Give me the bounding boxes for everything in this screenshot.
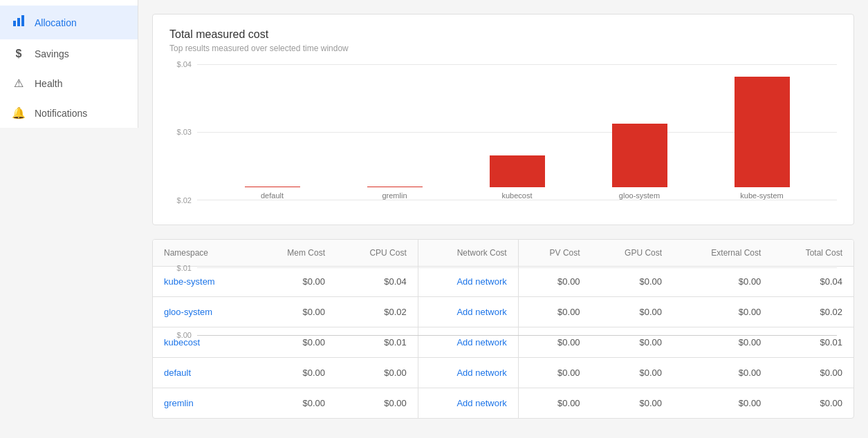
cell-gpu: $0.00 [591, 327, 673, 358]
col-header-pv: PV Cost [518, 240, 591, 267]
grid-label-2: $.03 [167, 128, 192, 136]
cell-mem: $0.00 [254, 388, 336, 419]
table-row: default $0.00 $0.00 Add network $0.00 $0… [153, 358, 853, 388]
sidebar-item-notifications[interactable]: 🔔 Notifications [0, 98, 138, 128]
namespace-link[interactable]: gremlin [164, 398, 194, 408]
cell-mem: $0.00 [254, 358, 336, 388]
bar-kubecost [490, 155, 545, 187]
bar-group-kube-system: kube-system [701, 77, 823, 200]
col-header-external: External Cost [673, 240, 772, 267]
cell-cpu: $0.00 [336, 358, 418, 388]
cell-mem: $0.00 [254, 297, 336, 327]
col-header-total: Total Cost [772, 240, 853, 267]
cell-total: $0.01 [772, 327, 853, 358]
cell-mem: $0.00 [254, 327, 336, 358]
col-header-network: Network Cost [418, 240, 518, 267]
add-network-link[interactable]: Add network [456, 276, 506, 287]
bar-label-default: default [261, 191, 284, 200]
chart-title: Total measured cost [169, 28, 837, 41]
add-network-link[interactable]: Add network [456, 307, 506, 317]
cell-network: Add network [418, 267, 518, 297]
grid-label-3: $.02 [167, 196, 192, 204]
notifications-icon: 🔔 [11, 106, 26, 120]
cell-network: Add network [418, 358, 518, 388]
namespace-link[interactable]: gloo-system [164, 307, 212, 317]
chart-subtitle: Top results measured over selected time … [169, 44, 837, 53]
cell-pv: $0.00 [518, 358, 591, 388]
bar-group-gremlin: gremlin [333, 187, 456, 200]
cost-table: Namespace Mem Cost CPU Cost Network Cost… [153, 240, 853, 418]
table-card: Namespace Mem Cost CPU Cost Network Cost… [152, 239, 854, 419]
sidebar-item-savings[interactable]: $ Savings [0, 39, 138, 68]
cell-external: $0.00 [673, 297, 772, 327]
chart-card: Total measured cost Top results measured… [152, 14, 854, 225]
cell-pv: $0.00 [518, 297, 591, 327]
bar-chart: $.04 $.03 $.02 $.01 $.00 [197, 64, 837, 216]
main-content: Total measured cost Top results measured… [138, 0, 868, 438]
cell-network: Add network [418, 388, 518, 419]
namespace-link[interactable]: default [164, 368, 191, 378]
cell-pv: $0.00 [518, 327, 591, 358]
table-row: gloo-system $0.00 $0.02 Add network $0.0… [153, 297, 853, 327]
cell-network: Add network [418, 297, 518, 327]
grid-label-4: $.01 [167, 264, 192, 272]
cell-mem: $0.00 [254, 267, 336, 297]
svg-rect-2 [21, 15, 24, 26]
cell-gpu: $0.00 [591, 267, 673, 297]
cell-namespace: default [153, 358, 254, 388]
col-header-namespace: Namespace [153, 240, 254, 267]
sidebar-item-allocation[interactable]: Allocation [0, 6, 138, 39]
bar-gloo-system [612, 124, 667, 187]
grid-label-5: $.00 [167, 331, 192, 339]
cell-total: $0.00 [772, 388, 853, 419]
sidebar: Allocation $ Savings ⚠ Health 🔔 Notifica… [0, 0, 138, 438]
cell-namespace: gloo-system [153, 297, 254, 327]
add-network-link[interactable]: Add network [456, 398, 506, 408]
sidebar-item-label: Savings [35, 48, 69, 59]
svg-rect-1 [17, 18, 20, 26]
cell-total: $0.04 [772, 267, 853, 297]
bar-gremlin [367, 187, 423, 187]
bar-group-default: default [211, 187, 333, 200]
add-network-link[interactable]: Add network [456, 337, 506, 347]
sidebar-item-label: Health [35, 78, 62, 89]
table-row: kubecost $0.00 $0.01 Add network $0.00 $… [153, 327, 853, 358]
col-header-gpu: GPU Cost [591, 240, 673, 267]
allocation-icon [11, 14, 26, 31]
bar-default [245, 187, 300, 187]
cell-network: Add network [418, 327, 518, 358]
bar-label-kube-system: kube-system [740, 191, 783, 200]
bars-container: default gremlin kubecost gloo-system kub… [197, 64, 837, 200]
sidebar-item-label: Notifications [35, 108, 87, 119]
add-network-link[interactable]: Add network [456, 368, 506, 378]
grid-label-1: $.04 [167, 60, 192, 68]
col-header-mem: Mem Cost [254, 240, 336, 267]
bar-label-kubecost: kubecost [501, 191, 532, 200]
col-header-cpu: CPU Cost [336, 240, 418, 267]
cell-cpu: $0.01 [336, 327, 418, 358]
bar-group-kubecost: kubecost [456, 155, 578, 200]
cell-gpu: $0.00 [591, 388, 673, 419]
cell-external: $0.00 [673, 388, 772, 419]
cell-gpu: $0.00 [591, 297, 673, 327]
cell-total: $0.02 [772, 297, 853, 327]
cell-pv: $0.00 [518, 267, 591, 297]
sidebar-item-label: Allocation [35, 17, 77, 28]
cell-namespace: gremlin [153, 388, 254, 419]
cell-cpu: $0.02 [336, 297, 418, 327]
bar-kube-system [735, 77, 790, 187]
namespace-link[interactable]: kube-system [164, 276, 215, 287]
cell-cpu: $0.00 [336, 388, 418, 419]
cell-total: $0.00 [772, 358, 853, 388]
cell-external: $0.00 [673, 358, 772, 388]
cell-external: $0.00 [673, 327, 772, 358]
cell-cpu: $0.04 [336, 267, 418, 297]
bar-label-gloo-system: gloo-system [619, 191, 660, 200]
sidebar-item-health[interactable]: ⚠ Health [0, 68, 138, 98]
svg-rect-0 [13, 21, 16, 26]
table-row: gremlin $0.00 $0.00 Add network $0.00 $0… [153, 388, 853, 419]
cell-pv: $0.00 [518, 388, 591, 419]
cell-gpu: $0.00 [591, 358, 673, 388]
health-icon: ⚠ [11, 77, 26, 90]
bar-group-gloo-system: gloo-system [578, 124, 701, 200]
